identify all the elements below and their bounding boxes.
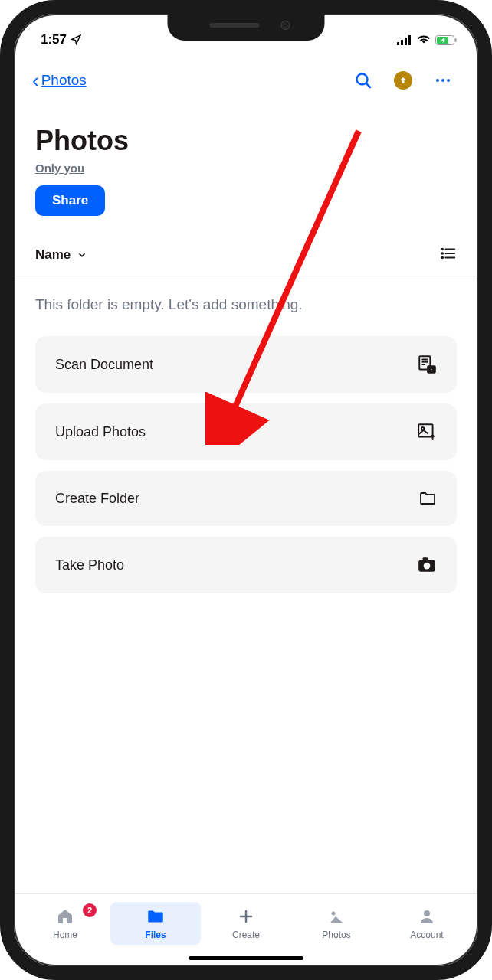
battery-icon [435, 35, 457, 45]
create-folder-action[interactable]: Create Folder [35, 471, 457, 526]
back-button[interactable]: ‹ Photos [32, 69, 87, 93]
svg-point-29 [424, 563, 431, 570]
svg-point-15 [441, 249, 443, 250]
tab-home[interactable]: 2 Home [20, 902, 110, 945]
folder-icon [146, 906, 166, 926]
arrow-up-icon [399, 76, 408, 85]
tab-label: Home [53, 929, 77, 940]
search-icon [354, 71, 372, 90]
svg-point-9 [436, 79, 439, 82]
scan-document-icon [417, 354, 437, 374]
svg-rect-0 [397, 42, 399, 45]
svg-rect-26 [418, 424, 432, 436]
upload-photos-action[interactable]: Upload Photos [35, 403, 457, 460]
upgrade-button[interactable] [386, 64, 420, 97]
more-button[interactable] [426, 64, 460, 97]
tab-account[interactable]: Account [382, 902, 472, 945]
status-time: 1:57 [41, 32, 67, 47]
svg-point-16 [441, 253, 443, 254]
svg-point-33 [332, 912, 336, 916]
sort-button[interactable]: Name [35, 247, 87, 263]
svg-point-35 [424, 910, 430, 916]
camera-icon [417, 555, 437, 575]
nav-bar: ‹ Photos [14, 52, 478, 103]
view-toggle-button[interactable] [440, 245, 457, 265]
svg-rect-30 [423, 557, 428, 560]
share-button[interactable]: Share [35, 185, 105, 216]
home-indicator[interactable] [189, 956, 303, 960]
scan-document-action[interactable]: Scan Document [35, 336, 457, 393]
signal-icon [397, 35, 412, 45]
tab-label: Files [145, 929, 166, 940]
photos-icon [327, 907, 346, 926]
action-label: Scan Document [55, 357, 153, 373]
svg-rect-1 [401, 40, 403, 45]
svg-point-10 [441, 79, 444, 82]
svg-marker-34 [330, 916, 343, 923]
upload-photos-icon [417, 422, 437, 442]
take-photo-action[interactable]: Take Photo [35, 537, 457, 593]
bottom-nav: 2 Home Files Create Photos Account [14, 893, 478, 966]
account-icon [418, 907, 436, 926]
folder-icon [418, 489, 437, 508]
svg-point-25 [430, 368, 432, 371]
tab-label: Create [232, 929, 260, 940]
more-horizontal-icon [434, 71, 452, 90]
tab-photos[interactable]: Photos [291, 902, 382, 945]
svg-point-11 [447, 79, 450, 82]
svg-line-8 [366, 83, 370, 87]
search-button[interactable] [346, 64, 380, 97]
svg-point-17 [441, 257, 443, 259]
svg-rect-3 [408, 35, 411, 45]
empty-message: This folder is empty. Let's add somethin… [35, 296, 457, 313]
access-label[interactable]: Only you [35, 162, 457, 175]
location-icon [71, 34, 81, 45]
svg-rect-6 [455, 38, 457, 42]
page-title: Photos [35, 125, 457, 157]
sort-label: Name [35, 247, 71, 263]
tab-label: Photos [322, 929, 350, 940]
svg-rect-2 [405, 38, 407, 45]
back-label: Photos [41, 72, 87, 89]
action-label: Take Photo [55, 557, 124, 573]
action-label: Upload Photos [55, 424, 146, 440]
tab-create[interactable]: Create [201, 902, 291, 945]
wifi-icon [417, 35, 431, 45]
list-view-icon [440, 245, 457, 262]
chevron-down-icon [77, 250, 87, 260]
tab-files[interactable]: Files [110, 902, 201, 945]
home-icon [56, 907, 74, 926]
home-badge: 2 [83, 903, 97, 917]
plus-icon [237, 907, 255, 926]
tab-label: Account [410, 929, 443, 940]
chevron-left-icon: ‹ [32, 69, 39, 93]
action-label: Create Folder [55, 491, 139, 507]
